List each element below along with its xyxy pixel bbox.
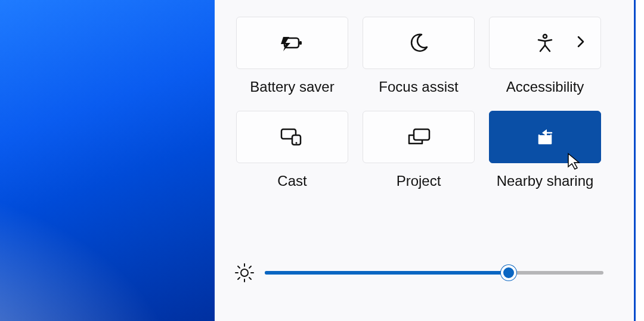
focus-assist-label: Focus assist <box>363 79 475 95</box>
svg-rect-6 <box>414 129 429 140</box>
cast-tile[interactable] <box>236 111 348 163</box>
quick-settings-grid: Battery saver Focus assist <box>236 17 601 189</box>
cast-icon <box>279 127 305 147</box>
svg-line-14 <box>249 266 251 268</box>
brightness-slider[interactable] <box>265 271 603 275</box>
cast-label: Cast <box>236 173 348 189</box>
brightness-slider-fill <box>265 271 509 275</box>
battery-saver-icon <box>280 35 305 51</box>
desktop-wallpaper <box>0 0 215 321</box>
panel-edge-accent <box>634 0 636 321</box>
chevron-right-icon <box>577 35 585 51</box>
nearby-sharing-label: Nearby sharing <box>489 173 601 189</box>
accessibility-label: Accessibility <box>489 79 601 95</box>
focus-assist-tile[interactable] <box>363 17 475 69</box>
brightness-row <box>234 262 603 283</box>
svg-line-13 <box>249 278 251 279</box>
project-icon <box>405 127 432 147</box>
accessibility-icon <box>535 33 555 53</box>
accessibility-tile[interactable] <box>489 17 601 69</box>
project-label: Project <box>363 173 475 189</box>
svg-line-12 <box>238 266 240 268</box>
project-tile[interactable] <box>363 111 475 163</box>
battery-saver-label: Battery saver <box>236 79 348 95</box>
nearby-sharing-tile[interactable] <box>489 111 601 163</box>
svg-point-5 <box>296 142 298 144</box>
brightness-icon <box>234 262 255 283</box>
svg-point-2 <box>543 35 547 38</box>
svg-point-7 <box>241 269 248 276</box>
svg-line-15 <box>238 278 240 279</box>
svg-rect-1 <box>299 41 302 45</box>
battery-saver-tile[interactable] <box>236 17 348 69</box>
moon-icon <box>408 33 429 53</box>
brightness-slider-thumb[interactable] <box>501 265 516 281</box>
share-icon <box>535 127 555 147</box>
